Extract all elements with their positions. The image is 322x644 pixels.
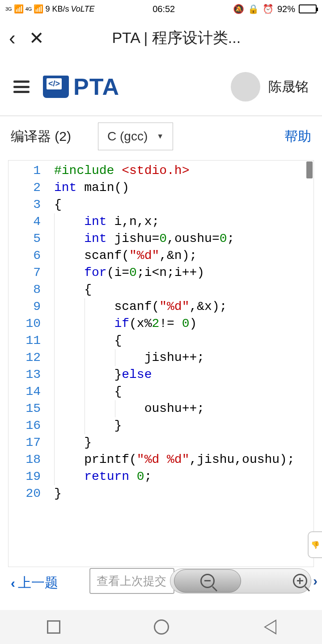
bottom-track: 查看上次提交 › [89, 567, 318, 595]
browser-bar: ‹ ✕ PTA | 程序设计类... [0, 18, 322, 58]
status-bar: 3G📶 4G📶 9 KB/s VoLTE 06:52 🔕 🔒 ⏰ 92% [0, 0, 322, 18]
alarm-icon: ⏰ [263, 4, 274, 14]
help-link[interactable]: 帮助 [284, 127, 311, 146]
close-icon[interactable]: ✕ [29, 28, 44, 48]
compiler-label: 编译器 (2) [11, 127, 71, 146]
back-nav-icon[interactable] [263, 619, 275, 635]
prev-label: 上一题 [18, 574, 58, 592]
app-header: PTA 陈晟铭 [0, 58, 322, 116]
avatar[interactable] [231, 72, 260, 102]
dnd-icon: 🔕 [233, 4, 244, 14]
lock-icon: 🔒 [248, 4, 259, 14]
back-icon[interactable]: ‹ [9, 27, 16, 49]
battery-pct: 92% [277, 4, 295, 14]
signal-bars-icon: 📶 [14, 4, 24, 14]
code-editor[interactable]: 1234567891011121314151617181920 #include… [8, 160, 314, 567]
last-submit-label: 查看上次提交 [97, 573, 166, 589]
compiler-selected: C (gcc) [107, 129, 148, 144]
status-left: 3G📶 4G📶 9 KB/s VoLTE [5, 4, 94, 14]
prev-button[interactable]: ‹ 上一题 [11, 574, 58, 592]
thumbs-down-icon: 👎 [311, 541, 320, 549]
status-time: 06:52 [153, 4, 175, 14]
logo-mark-icon [43, 76, 69, 98]
hamburger-icon[interactable] [13, 80, 30, 93]
chevron-down-icon: ▼ [157, 132, 164, 140]
system-nav-bar [0, 610, 322, 644]
signal-bars-icon: 📶 [34, 4, 43, 14]
battery-icon [299, 4, 317, 13]
logo[interactable]: PTA [43, 73, 119, 100]
code-content[interactable]: #include <stdio.h>int main(){ int i,n,x;… [49, 161, 295, 504]
zoom-out-knob[interactable] [174, 569, 241, 593]
line-gutter: 1234567891011121314151617181920 [8, 161, 49, 504]
feedback-tab[interactable]: 👎 [308, 531, 322, 558]
signal-4g: 4G [25, 6, 32, 12]
scrollbar-thumb[interactable] [306, 161, 313, 178]
compiler-toolbar: 编译器 (2) C (gcc) ▼ 帮助 [0, 116, 322, 157]
next-icon[interactable]: › [313, 573, 318, 589]
page-title: PTA | 程序设计类... [58, 28, 313, 48]
last-submit-button[interactable]: 查看上次提交 [89, 568, 174, 594]
chevron-left-icon: ‹ [11, 576, 15, 591]
logo-text: PTA [73, 73, 119, 100]
zoom-bar[interactable] [170, 568, 311, 593]
net-speed: 9 KB/s [45, 4, 69, 14]
zoom-in-icon[interactable] [293, 574, 307, 588]
zoom-out-icon [200, 574, 215, 588]
compiler-select[interactable]: C (gcc) ▼ [98, 123, 173, 150]
signal-3g: 3G [5, 6, 12, 12]
username[interactable]: 陈晟铭 [268, 78, 309, 96]
home-icon[interactable] [154, 619, 169, 635]
recents-icon[interactable] [47, 620, 60, 634]
status-right: 🔕 🔒 ⏰ 92% [233, 4, 317, 14]
volte-label: VoLTE [71, 4, 94, 14]
